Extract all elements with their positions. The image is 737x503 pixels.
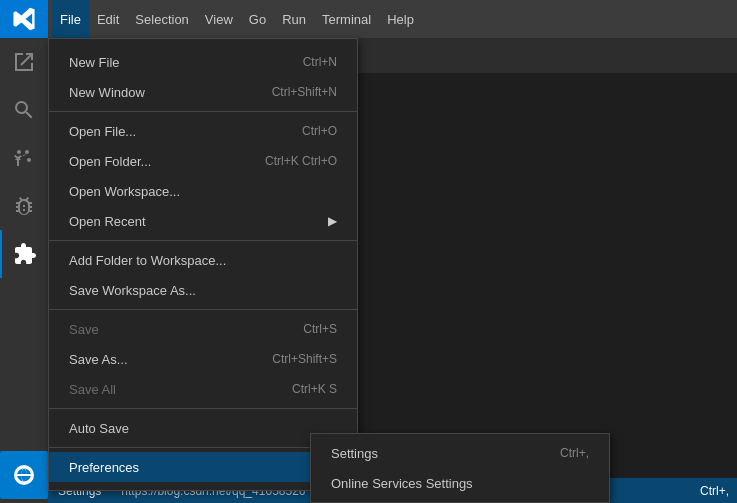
settings-submenu-left: Settings <box>331 446 378 461</box>
open-recent-arrow: ▶ <box>328 214 337 228</box>
open-recent-label: Open Recent <box>69 214 146 229</box>
new-window-shortcut: Ctrl+Shift+N <box>272 85 337 99</box>
menu-run[interactable]: Run <box>274 0 314 38</box>
menu-edit[interactable]: Edit <box>89 0 127 38</box>
save-label: Save <box>69 322 99 337</box>
open-file-label: Open File... <box>69 124 136 139</box>
save-shortcut: Ctrl+S <box>303 322 337 336</box>
add-folder-item[interactable]: Add Folder to Workspace... <box>49 245 357 275</box>
file-dropdown-menu: New File Ctrl+N New Window Ctrl+Shift+N … <box>48 38 358 491</box>
open-workspace-item[interactable]: Open Workspace... <box>49 176 357 206</box>
open-folder-label: Open Folder... <box>69 154 151 169</box>
remote-nav-icon[interactable] <box>0 451 48 499</box>
open-folder-item[interactable]: Open Folder... Ctrl+K Ctrl+O <box>49 146 357 176</box>
save-as-label: Save As... <box>69 352 128 367</box>
explorer-nav-icon[interactable] <box>0 38 48 86</box>
preferences-label: Preferences <box>69 460 139 475</box>
online-services-item[interactable]: Online Services Settings <box>311 468 609 498</box>
debug-nav-icon[interactable] <box>0 182 48 230</box>
menu-section-new: New File Ctrl+N New Window Ctrl+Shift+N <box>49 43 357 112</box>
add-folder-label: Add Folder to Workspace... <box>69 253 226 268</box>
new-file-shortcut: Ctrl+N <box>303 55 337 69</box>
activity-bar <box>0 0 48 503</box>
source-control-nav-icon[interactable] <box>0 134 48 182</box>
menu-bar: File Edit Selection View Go Run Terminal… <box>48 0 737 38</box>
extensions-nav-icon[interactable] <box>0 230 48 278</box>
settings-submenu-label: Settings <box>331 446 378 461</box>
menu-go[interactable]: Go <box>241 0 274 38</box>
menu-section-workspace: Add Folder to Workspace... Save Workspac… <box>49 241 357 310</box>
new-file-label: New File <box>69 55 120 70</box>
search-nav-icon[interactable] <box>0 86 48 134</box>
new-file-item[interactable]: New File Ctrl+N <box>49 47 357 77</box>
open-file-shortcut: Ctrl+O <box>302 124 337 138</box>
save-all-item: Save All Ctrl+K S <box>49 374 357 404</box>
online-services-left: Online Services Settings <box>331 476 473 491</box>
menu-view[interactable]: View <box>197 0 241 38</box>
save-as-shortcut: Ctrl+Shift+S <box>272 352 337 366</box>
save-item: Save Ctrl+S <box>49 314 357 344</box>
new-window-label: New Window <box>69 85 145 100</box>
save-as-item[interactable]: Save As... Ctrl+Shift+S <box>49 344 357 374</box>
preferences-submenu: Settings Ctrl+, Online Services Settings <box>310 433 610 503</box>
settings-submenu-shortcut: Ctrl+, <box>560 446 589 460</box>
open-folder-shortcut: Ctrl+K Ctrl+O <box>265 154 337 168</box>
app-logo <box>0 0 48 38</box>
menu-terminal[interactable]: Terminal <box>314 0 379 38</box>
new-window-item[interactable]: New Window Ctrl+Shift+N <box>49 77 357 107</box>
save-all-label: Save All <box>69 382 116 397</box>
menu-selection[interactable]: Selection <box>127 0 196 38</box>
open-file-item[interactable]: Open File... Ctrl+O <box>49 116 357 146</box>
menu-help[interactable]: Help <box>379 0 422 38</box>
online-services-label: Online Services Settings <box>331 476 473 491</box>
auto-save-label: Auto Save <box>69 421 129 436</box>
open-workspace-label: Open Workspace... <box>69 184 180 199</box>
menu-file[interactable]: File <box>52 0 89 38</box>
status-hint-shortcut: Ctrl+, <box>700 484 737 498</box>
open-recent-item[interactable]: Open Recent ▶ <box>49 206 357 236</box>
vscode-logo-icon <box>12 7 36 31</box>
menu-section-open: Open File... Ctrl+O Open Folder... Ctrl+… <box>49 112 357 241</box>
settings-submenu-item[interactable]: Settings Ctrl+, <box>311 438 609 468</box>
save-all-shortcut: Ctrl+K S <box>292 382 337 396</box>
save-workspace-as-label: Save Workspace As... <box>69 283 196 298</box>
save-workspace-as-item[interactable]: Save Workspace As... <box>49 275 357 305</box>
menu-section-save: Save Ctrl+S Save As... Ctrl+Shift+S Save… <box>49 310 357 409</box>
